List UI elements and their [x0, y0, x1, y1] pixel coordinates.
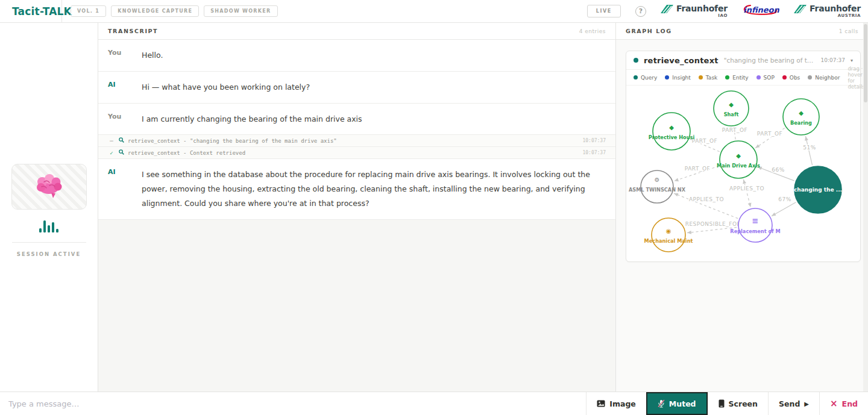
edge-label: PART_OF	[685, 166, 710, 172]
legend-item-task: Task	[699, 75, 717, 81]
fraunhofer-austria-logo: Fraunhofer AUSTRIA	[794, 4, 861, 18]
transcript-panel: TRANSCRIPT 4 entries YouHello.AIHi — wha…	[98, 23, 615, 392]
button-label: Screen	[729, 399, 758, 408]
tool-call-time: 10:07:37	[821, 57, 845, 63]
graph-log-title: GRAPH LOG	[626, 28, 672, 34]
muted-button[interactable]: Muted	[646, 392, 708, 415]
tool-call-row[interactable]: ⋯retrieve_context - "changing the bearin…	[98, 135, 615, 147]
transcript-message-row: YouI am currently changing the bearing o…	[98, 104, 615, 136]
logo-wrap: Tacit-TALK	[0, 0, 62, 23]
message-input[interactable]	[0, 392, 586, 415]
legend-label: Query	[641, 75, 657, 81]
node-label: Bearing	[790, 120, 812, 126]
node-circle[interactable]	[720, 141, 757, 178]
session-sidebar: SESSION ACTIVE	[0, 23, 98, 392]
tool-call-name: retrieve_context	[644, 56, 719, 65]
legend-label: Neighbor	[815, 75, 840, 81]
node-glyph-icon: ◆	[736, 152, 741, 159]
node-label: Mechanical Maint	[644, 238, 693, 244]
infineon-logo: infineon	[742, 2, 779, 20]
message-text: Hi — what have you been working on latel…	[142, 80, 322, 95]
edge-arrowhead-icon	[805, 136, 808, 140]
graph-node-bearing[interactable]: ◆Bearing	[783, 99, 819, 135]
legend-dot-icon	[756, 75, 761, 80]
graph-legend: QueryInsightTaskEntitySOPObsNeighbordrag…	[626, 70, 860, 86]
edge-label: PART_OF	[722, 127, 747, 133]
message-text: I see something in the database about th…	[142, 167, 606, 210]
session-status-label: SESSION ACTIVE	[17, 251, 81, 257]
node-circle[interactable]	[783, 99, 819, 135]
node-glyph-icon: ⚙	[655, 176, 660, 183]
message-composer: ImageMutedScreenSend▶×End	[0, 392, 868, 415]
graph-node-asml[interactable]: ⚙ASML TWINSCAN NX	[629, 170, 686, 203]
send-button[interactable]: Send▶	[768, 392, 819, 415]
graph-call-card-header[interactable]: retrieve_context "changing the bearing o…	[626, 51, 860, 70]
node-glyph-icon: ◉	[666, 228, 671, 234]
edge-label: APPLIES_TO	[689, 196, 724, 202]
graph-node-maindrive[interactable]: ◆Main Drive Axis	[717, 141, 760, 178]
help-icon[interactable]: ?	[635, 6, 646, 17]
svg-text:infineon: infineon	[743, 5, 779, 14]
scrollbar-thumb[interactable]	[864, 24, 867, 102]
knowledge-graph-canvas[interactable]: PART_OFPART_OFPART_OFPART_OF51%66%67%APP…	[626, 86, 860, 259]
node-circle[interactable]	[738, 208, 772, 242]
legend-dot-icon	[808, 75, 812, 80]
edge-label: PART_OF	[757, 131, 782, 137]
graph-log-count: 1 calls	[839, 28, 858, 34]
top-header: Tacit-TALK VOL. 1KNOWLEDGE CAPTURESHADOW…	[0, 0, 868, 23]
edge-label: RESPONSIBLE_FOR	[685, 221, 741, 227]
transcript-header: TRANSCRIPT 4 entries	[98, 23, 615, 40]
node-circle[interactable]	[714, 91, 749, 126]
screen-icon	[719, 399, 725, 408]
graph-edge	[687, 227, 737, 232]
tool-call-query: "changing the bearing of the main drive …	[724, 57, 816, 64]
image-icon	[597, 400, 605, 407]
edge-arrowhead-icon	[687, 231, 691, 234]
speaker-label: AI	[108, 80, 142, 95]
legend-item-query: Query	[634, 75, 657, 81]
tool-call-timestamp: 10:07:37	[582, 138, 606, 143]
brain-icon	[33, 173, 64, 200]
header-badge: KNOWLEDGE CAPTURE	[111, 5, 199, 17]
graph-log-panel: GRAPH LOG 1 calls retrieve_context "chan…	[615, 23, 868, 392]
node-circle[interactable]	[652, 218, 685, 252]
transcript-message-row: AIHi — what have you been working on lat…	[98, 72, 615, 104]
app-logo: Tacit-TALK	[12, 5, 72, 17]
mic-muted-icon	[658, 399, 665, 408]
node-label: changing the ...	[794, 187, 842, 193]
pending-dots-icon: ⋯	[108, 138, 115, 144]
image-button[interactable]: Image	[586, 392, 646, 415]
transcript-list: YouHello.AIHi — what have you been worki…	[98, 40, 615, 220]
end-button[interactable]: ×End	[819, 392, 868, 415]
graph-node-protective[interactable]: ◆Protective Housi	[649, 113, 695, 150]
tool-call-row[interactable]: ✓retrieve_context - Context retrieved10:…	[98, 147, 615, 159]
tool-call-text: retrieve_context - "changing the bearing…	[128, 138, 337, 144]
legend-dot-icon	[634, 75, 638, 80]
magnifier-icon	[119, 137, 124, 143]
legend-label: Entity	[732, 75, 748, 81]
graph-node-shaft[interactable]: ◆Shaft	[714, 91, 749, 126]
node-circle[interactable]	[653, 113, 690, 150]
x-icon: ×	[830, 399, 838, 408]
edge-arrowhead-icon	[755, 144, 760, 148]
graph-node-query[interactable]: changing the ...	[794, 166, 842, 213]
edge-label: 66%	[772, 167, 785, 173]
legend-item-insight: Insight	[665, 75, 691, 81]
composer-buttons: ImageMutedScreenSend▶×End	[586, 392, 868, 415]
header-badges: VOL. 1KNOWLEDGE CAPTURESHADOW WORKER	[71, 5, 278, 17]
node-glyph-icon: ≡	[752, 216, 759, 225]
legend-item-obs: Obs	[782, 75, 800, 81]
fraunhofer-sub: IAO	[718, 13, 728, 18]
speaker-label: You	[108, 48, 142, 63]
fraunhofer-sub: AUSTRIA	[838, 13, 861, 18]
screen-button[interactable]: Screen	[708, 392, 768, 415]
fraunhofer-name: Fraunhofer	[676, 4, 728, 13]
transcript-message-row: AII see something in the database about …	[98, 159, 615, 219]
fraunhofer-name: Fraunhofer	[810, 4, 861, 13]
transcript-title: TRANSCRIPT	[108, 28, 158, 34]
magnifier-icon	[119, 149, 124, 155]
header-right: LIVE ? Fraunhofer IAO infineon	[587, 2, 868, 20]
chevron-down-icon[interactable]: ▾	[851, 58, 853, 63]
graph-panel-scrollbar[interactable]	[863, 23, 868, 392]
node-label: Main Drive Axis	[717, 163, 760, 169]
